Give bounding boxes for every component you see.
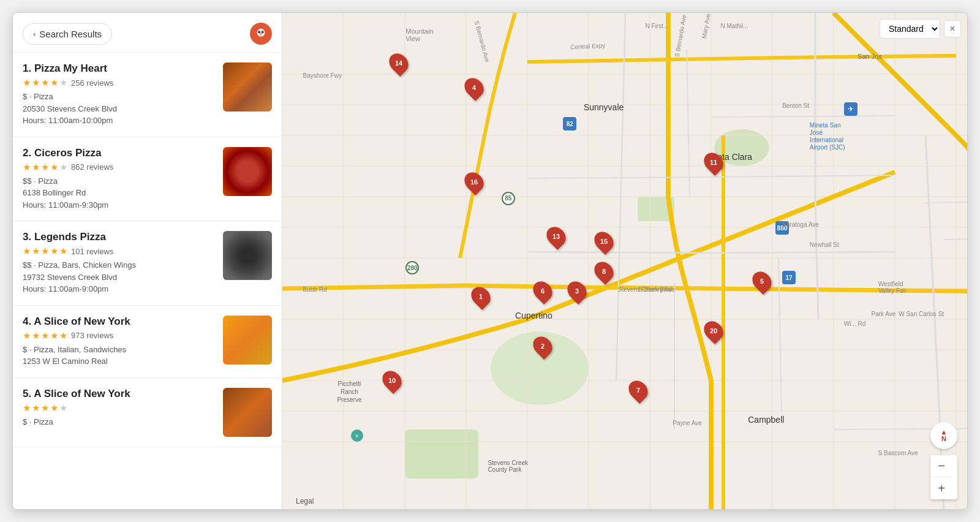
review-count: 862 reviews <box>71 162 113 172</box>
stars-row: ★★★★★ <box>23 403 216 414</box>
star-empty: ★ <box>59 77 67 88</box>
map-pin-5[interactable]: 5 <box>753 271 771 292</box>
result-thumbnail <box>223 62 272 112</box>
road-label-n1st: N First... <box>646 23 669 29</box>
legal-link[interactable]: Legal <box>296 497 314 505</box>
star-empty: ★ <box>59 162 67 173</box>
svg-point-4 <box>263 31 263 32</box>
road-label-bayshore: Bayshore Fwy <box>303 72 342 79</box>
pin-number: 13 <box>552 233 560 240</box>
result-item-2[interactable]: 2. Ciceros Pizza ★★★★★ 862 reviews $$ · … <box>13 137 282 222</box>
map-pin-1[interactable]: 1 <box>472 286 489 307</box>
road-label-bubb: Bubb Rd <box>303 286 327 293</box>
star-full: ★ <box>50 77 58 88</box>
map-pin-4[interactable]: 4 <box>466 77 483 98</box>
result-meta: $$ · Pizza6138 Bollinger RdHours: 11:00a… <box>23 175 216 211</box>
map-pin-8[interactable]: 8 <box>595 261 612 282</box>
map-pin-3[interactable]: 3 <box>568 281 586 301</box>
duckduckgo-logo <box>250 23 272 45</box>
map-pin-13[interactable]: 13 <box>548 226 565 247</box>
pin-number: 6 <box>541 287 545 295</box>
star-full: ★ <box>32 246 40 257</box>
star-full: ★ <box>32 77 40 88</box>
pin-number: 2 <box>541 342 545 350</box>
map-pin-16[interactable]: 16 <box>466 172 483 192</box>
star-full: ★ <box>23 77 31 88</box>
result-item-3[interactable]: 3. Legends Pizza ★★★★★ 101 reviews $$ · … <box>13 221 282 306</box>
svg-point-2 <box>262 31 264 34</box>
road-label-newhall: Newhall St <box>810 241 839 248</box>
star-full: ★ <box>32 403 40 414</box>
review-count: 101 reviews <box>71 247 113 256</box>
map-pin-14[interactable]: 14 <box>390 53 407 74</box>
left-panel: ‹ Search Results 1. Pizza My Heart <box>13 13 282 509</box>
pin-number: 15 <box>600 238 608 245</box>
zoom-in-button[interactable]: + <box>930 477 952 499</box>
road-label-mathilda: N Mathil... <box>721 23 748 29</box>
map-pin-2[interactable]: 2 <box>534 336 551 357</box>
result-item-1[interactable]: 1. Pizza My Heart ★★★★★ 256 reviews $ · … <box>13 53 282 137</box>
result-meta: $$ · Pizza, Bars, Chicken Wings19732 Ste… <box>23 259 216 295</box>
map-pin-6[interactable]: 6 <box>534 281 551 301</box>
map-controls-top: Standard Satellite Hybrid × <box>880 19 961 39</box>
label-picchetti: PicchettiRanchPreserve <box>337 380 361 404</box>
map-type-select[interactable]: Standard Satellite Hybrid <box>880 19 940 39</box>
pin-number: 5 <box>760 278 764 285</box>
map-pin-10[interactable]: 10 <box>383 370 401 391</box>
road-label-s-bascom: S Bascom Ave <box>878 450 918 456</box>
map-footer: Legal <box>288 497 314 505</box>
result-meta: $ · Pizza <box>23 416 216 428</box>
star-full: ★ <box>23 330 31 341</box>
map-pin-20[interactable]: 20 <box>705 320 722 341</box>
pin-number: 10 <box>388 377 396 384</box>
svg-point-0 <box>257 29 265 37</box>
results-list: 1. Pizza My Heart ★★★★★ 256 reviews $ · … <box>13 53 282 447</box>
compass-button[interactable]: ▲ N <box>930 422 957 449</box>
result-thumbnail <box>223 388 272 437</box>
star-full: ★ <box>50 246 58 257</box>
pin-number: 7 <box>636 387 640 394</box>
stars-row: ★★★★★ 256 reviews <box>23 77 216 88</box>
star-full: ★ <box>50 330 58 341</box>
result-title: 5. A Slice of New York <box>23 388 216 400</box>
map-pin-15[interactable]: 15 <box>595 231 612 252</box>
pin-number: 14 <box>395 59 402 67</box>
result-info: 1. Pizza My Heart ★★★★★ 256 reviews $ · … <box>23 62 216 127</box>
route-82-shield: 82 <box>563 117 576 130</box>
pin-number: 3 <box>575 287 579 295</box>
pin-number: 4 <box>472 84 476 91</box>
map-close-button[interactable]: × <box>944 20 961 37</box>
result-title: 1. Pizza My Heart <box>23 62 216 75</box>
stars-row: ★★★★★ 973 reviews <box>23 330 216 341</box>
star-empty: ★ <box>59 403 67 414</box>
chevron-left-icon: ‹ <box>33 29 36 39</box>
star-full: ★ <box>23 403 31 414</box>
star-full: ★ <box>32 162 40 173</box>
review-count: 973 reviews <box>71 331 113 340</box>
result-item-5[interactable]: 5. A Slice of New York ★★★★★ $ · Pizza <box>13 378 282 447</box>
result-meta: $ · Pizza, Italian, Sandwiches1253 W El … <box>23 344 216 368</box>
zoom-out-button[interactable]: − <box>930 455 952 477</box>
star-full: ★ <box>32 330 40 341</box>
road-label-blaney: S Blaney Ave <box>638 286 674 293</box>
pin-number: 20 <box>710 327 717 335</box>
result-title: 4. A Slice of New York <box>23 316 216 328</box>
map-pin-7[interactable]: 7 <box>630 380 647 401</box>
result-info: 2. Ciceros Pizza ★★★★★ 862 reviews $$ · … <box>23 147 216 211</box>
label-stevens-creek-park: Stevens CreekCounty Park <box>488 460 528 473</box>
map-pin-11[interactable]: 11 <box>705 152 722 173</box>
result-title: 2. Ciceros Pizza <box>23 147 216 159</box>
road-label-saratoga: Saratoga Ave <box>782 221 819 228</box>
result-info: 5. A Slice of New York ★★★★★ $ · Pizza <box>23 388 216 428</box>
star-full: ★ <box>50 403 58 414</box>
close-icon: × <box>949 23 955 34</box>
star-full: ★ <box>41 162 49 173</box>
result-meta: $ · Pizza20530 Stevens Creek BlvdHours: … <box>23 91 216 127</box>
result-item-4[interactable]: 4. A Slice of New York ★★★★★ 973 reviews… <box>13 306 282 378</box>
svg-point-5 <box>260 33 263 34</box>
result-thumbnail <box>223 147 272 196</box>
road-label-payne: Payne Ave <box>673 420 702 426</box>
svg-rect-6 <box>282 13 967 509</box>
back-button[interactable]: ‹ Search Results <box>23 23 112 45</box>
review-count: 256 reviews <box>71 78 113 88</box>
